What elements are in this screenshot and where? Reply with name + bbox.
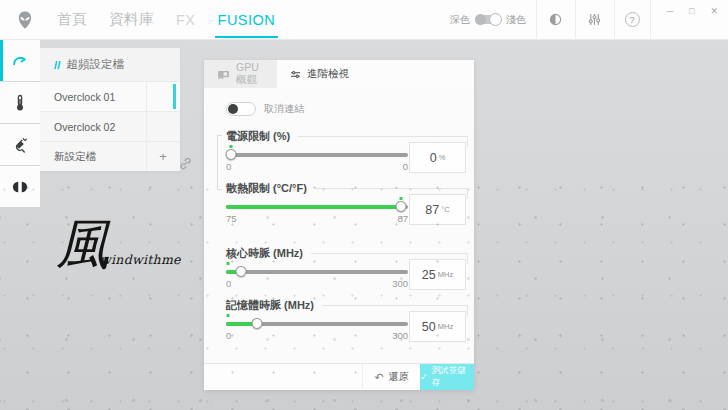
audio-pair-icon xyxy=(12,180,28,194)
profile-panel-title: // 超頻設定檔 xyxy=(40,48,180,81)
theme-toggle[interactable] xyxy=(476,15,500,24)
power-limit-label: 電源限制 (%) xyxy=(226,129,290,144)
slider-group-thermal-limit: 散熱限制 (°C/°F) 75 87 87 °C xyxy=(226,181,468,224)
chain-link-icon xyxy=(178,156,194,172)
core-clock-slider[interactable] xyxy=(226,270,408,274)
slider-group-core-clock: 核心時脈 (MHz) 0 300 25 MHz xyxy=(226,246,468,289)
power-limit-unit: % xyxy=(439,153,446,162)
leader-line xyxy=(315,188,468,189)
watermark-text: windwithme xyxy=(100,252,181,267)
panel-tabbar: GPU 概觀 進階檢視 xyxy=(204,60,474,88)
default-tick xyxy=(226,314,229,317)
leader-line xyxy=(322,305,468,306)
tab-label: 進階檢視 xyxy=(307,67,349,81)
power-limit-slider[interactable] xyxy=(226,153,408,157)
test-and-save-button[interactable]: ✓ 測試並儲存 xyxy=(420,364,474,390)
thermometer-icon xyxy=(12,94,28,112)
thermal-limit-value-box[interactable]: 87 °C xyxy=(409,194,466,225)
panel-content: 取消連結 電源限制 (%) xyxy=(204,88,474,363)
core-clock-value: 25 xyxy=(422,268,436,282)
palette-icon[interactable] xyxy=(547,11,565,29)
theme-toggle-knob xyxy=(489,13,502,26)
default-tick xyxy=(399,197,402,200)
unlink-row: 取消連結 xyxy=(226,102,468,116)
memory-clock-slider[interactable] xyxy=(226,322,408,326)
profile-row-new[interactable]: 新設定檔 + xyxy=(40,141,180,171)
app-window: 首頁 資料庫 FX FUSION 深色 淺色 xyxy=(0,0,728,410)
watermark: 風 windwithme xyxy=(56,218,110,272)
memory-clock-slider-knob[interactable] xyxy=(251,318,262,329)
dark-theme-label: 深色 xyxy=(450,13,470,27)
nav-library[interactable]: 資料庫 xyxy=(98,0,165,40)
tab-label: GPU 概觀 xyxy=(236,61,264,87)
profile-row-overclock-02[interactable]: Overclock 02 xyxy=(40,111,180,141)
theme-toggle-group: 深色 淺色 xyxy=(440,0,536,40)
window-controls: ─ □ ✕ xyxy=(650,0,728,40)
panel-footer: ↶ 還原 ✓ 測試並儲存 xyxy=(204,363,474,390)
unlink-toggle-knob xyxy=(228,104,238,114)
sidebar-item-audio[interactable] xyxy=(0,166,40,207)
selected-indicator xyxy=(173,84,176,109)
thermal-limit-slider[interactable] xyxy=(226,205,408,209)
add-profile-icon[interactable]: + xyxy=(155,142,171,171)
thermal-limit-min: 75 xyxy=(226,213,237,224)
profile-panel: // 超頻設定檔 Overclock 01 Overclock 02 新設定檔 … xyxy=(40,48,180,171)
memory-clock-unit: MHz xyxy=(438,322,453,331)
sidebar-item-power[interactable] xyxy=(0,124,40,165)
default-tick xyxy=(229,145,232,148)
nav-fx[interactable]: FX xyxy=(165,0,207,40)
unlink-toggle[interactable] xyxy=(226,102,256,116)
maximize-button[interactable]: □ xyxy=(689,6,694,16)
slider-group-memory-clock: 記憶體時脈 (MHz) 0 300 50 MHz xyxy=(226,298,468,341)
topbar-right-controls: 深色 淺色 ? ─ xyxy=(440,0,728,40)
revert-button[interactable]: ↶ 還原 xyxy=(362,364,420,390)
unlink-label: 取消連結 xyxy=(264,102,304,116)
thermal-limit-slider-knob[interactable] xyxy=(395,201,406,212)
linked-sliders-bracket xyxy=(217,135,222,190)
mixer-sliders-icon[interactable] xyxy=(586,11,604,29)
profile-label: Overclock 02 xyxy=(54,121,115,133)
top-bar: 首頁 資料庫 FX FUSION 深色 淺色 xyxy=(0,0,728,40)
core-clock-label: 核心時脈 (MHz) xyxy=(226,246,303,261)
help-icon[interactable]: ? xyxy=(625,12,640,27)
check-icon: ✓ xyxy=(420,372,428,382)
nav-fusion[interactable]: FUSION xyxy=(207,0,287,40)
leader-line xyxy=(298,136,468,137)
slider-fill xyxy=(226,205,401,209)
memory-clock-max: 300 xyxy=(392,330,408,341)
save-label: 測試並儲存 xyxy=(432,365,474,389)
memory-clock-value-box[interactable]: 50 MHz xyxy=(409,311,466,342)
leader-line xyxy=(311,253,468,254)
slider-group-power-limit: 電源限制 (%) 0 0 0 % xyxy=(226,129,468,172)
alienware-logo-icon xyxy=(14,8,36,32)
thermal-limit-max: 87 xyxy=(397,213,408,224)
sidebar-item-thermal[interactable] xyxy=(0,82,40,123)
sidebar-item-overclock[interactable] xyxy=(0,40,40,81)
close-button[interactable]: ✕ xyxy=(710,6,718,16)
tab-gpu-overview[interactable]: GPU 概觀 xyxy=(204,60,277,88)
core-clock-min: 0 xyxy=(226,278,231,289)
memory-clock-min: 0 xyxy=(226,330,231,341)
profile-row-overclock-01[interactable]: Overclock 01 xyxy=(40,81,180,111)
profile-label: Overclock 01 xyxy=(54,91,115,103)
power-limit-max: 0 xyxy=(403,161,408,172)
minimize-button[interactable]: ─ xyxy=(667,6,673,16)
undo-icon: ↶ xyxy=(374,371,383,384)
mixer-group xyxy=(575,0,614,40)
profile-label: 新設定檔 xyxy=(54,150,96,164)
light-theme-label: 淺色 xyxy=(506,13,526,27)
theme-palette-group xyxy=(536,0,575,40)
theme-toggle-track-dot xyxy=(475,14,486,25)
power-limit-slider-knob[interactable] xyxy=(225,149,236,160)
title-text: 超頻設定檔 xyxy=(66,57,124,72)
main-nav: 首頁 資料庫 FX FUSION xyxy=(46,0,286,40)
core-clock-value-box[interactable]: 25 MHz xyxy=(409,259,466,290)
power-limit-value: 0 xyxy=(430,151,437,165)
power-limit-value-box[interactable]: 0 % xyxy=(409,142,466,173)
overclock-settings-panel: GPU 概觀 進階檢視 取消連結 xyxy=(204,60,474,390)
tab-advanced-view[interactable]: 進階檢視 xyxy=(277,60,362,88)
nav-home[interactable]: 首頁 xyxy=(46,0,98,40)
gauge-icon xyxy=(11,52,29,70)
default-tick xyxy=(226,262,229,265)
core-clock-slider-knob[interactable] xyxy=(236,266,247,277)
